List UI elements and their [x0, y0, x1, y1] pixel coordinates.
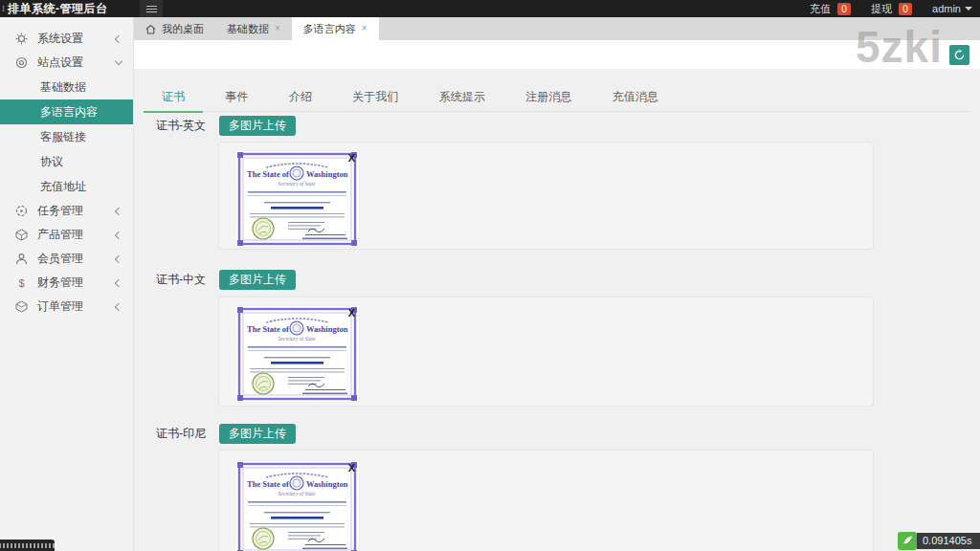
- task-icon: [15, 205, 28, 217]
- app-logo-icon: I: [2, 4, 5, 13]
- chevron-left-icon: [115, 278, 122, 286]
- app-title: 排单系统-管理后台: [8, 1, 108, 17]
- user-menu[interactable]: admin: [932, 3, 972, 14]
- sidebar-item-site-settings[interactable]: 站点设置: [0, 51, 133, 75]
- recharge-link[interactable]: 充值: [810, 2, 831, 16]
- tab-multilang-content[interactable]: 多语言内容 ×: [292, 17, 379, 40]
- tab-my-desktop[interactable]: 我的桌面: [134, 17, 215, 40]
- recharge-count-badge[interactable]: 0: [837, 3, 851, 15]
- withdraw-count-badge[interactable]: 0: [899, 3, 912, 15]
- upload-panel-cert-zh: X: [218, 297, 874, 407]
- certificate-image: [235, 151, 359, 247]
- window-tabstrip: 我的桌面 基础数据 × 多语言内容 ×: [134, 17, 980, 40]
- chevron-left-icon: [115, 207, 122, 214]
- upload-panel-cert-en: X: [218, 142, 874, 250]
- order-icon: [15, 300, 28, 313]
- sidebar: 系统设置 站点设置 基础数据 多语言内容 客服链接 协议 充值地址 任务管理 产…: [0, 17, 134, 551]
- tab-basic-data[interactable]: 基础数据 ×: [215, 17, 292, 40]
- chevron-down-icon: [965, 7, 972, 11]
- sidebar-item-member-management[interactable]: 会员管理: [0, 247, 133, 271]
- tab-introduction[interactable]: 介绍: [271, 83, 330, 111]
- browser-status-tooltip: [0, 540, 55, 551]
- finance-icon: $: [15, 276, 28, 289]
- upload-panel-cert-id: X: [218, 450, 874, 551]
- close-icon[interactable]: ×: [275, 17, 280, 40]
- think-leaf-icon[interactable]: [898, 532, 917, 550]
- tab-label: 我的桌面: [162, 17, 204, 40]
- refresh-icon: [953, 49, 966, 61]
- withdraw-link[interactable]: 提现: [871, 2, 892, 16]
- tab-about-us[interactable]: 关于我们: [334, 83, 416, 111]
- member-icon: [15, 253, 28, 265]
- field-label-cert-en: 证书-英文: [139, 116, 206, 136]
- sidebar-item-label: 产品管理: [37, 227, 116, 243]
- tab-event[interactable]: 事件: [207, 83, 266, 111]
- chevron-left-icon: [115, 231, 122, 238]
- topbar-right: 充值 0 提现 0 admin: [810, 2, 980, 16]
- certificate-thumbnail[interactable]: X: [235, 306, 359, 402]
- remove-image-button[interactable]: X: [348, 153, 355, 164]
- home-icon: [145, 24, 156, 34]
- load-time-badge: 0.091405s: [917, 533, 980, 549]
- tab-label: 多语言内容: [303, 17, 356, 40]
- site-icon: [15, 56, 28, 69]
- chevron-left-icon: [115, 302, 122, 310]
- field-label-cert-zh: 证书-中文: [139, 270, 206, 290]
- sidebar-item-recharge-address[interactable]: 充值地址: [0, 174, 133, 199]
- sidebar-item-label: 会员管理: [37, 251, 116, 267]
- content-tabs: 证书 事件 介绍 关于我们 系统提示 注册消息 充值消息: [144, 83, 970, 112]
- tab-register-message[interactable]: 注册消息: [507, 83, 590, 111]
- field-label-cert-id: 证书-印尼: [139, 424, 206, 444]
- sidebar-item-label: 财务管理: [37, 275, 116, 291]
- sidebar-item-product-management[interactable]: 产品管理: [0, 223, 133, 247]
- product-icon: [15, 229, 28, 241]
- tab-system-prompt[interactable]: 系统提示: [421, 83, 503, 111]
- hamburger-icon: [146, 9, 157, 10]
- topbar: I 排单系统-管理后台 充值 0 提现 0 admin: [0, 0, 980, 17]
- sidebar-item-order-management[interactable]: 订单管理: [0, 295, 133, 319]
- sidebar-item-label: 任务管理: [37, 203, 116, 219]
- sidebar-item-service-link[interactable]: 客服链接: [0, 124, 133, 149]
- svg-text:$: $: [18, 277, 24, 289]
- remove-image-button[interactable]: X: [348, 308, 355, 319]
- tab-certificate[interactable]: 证书: [144, 83, 203, 113]
- chevron-left-icon: [115, 254, 122, 262]
- remove-image-button[interactable]: X: [348, 463, 355, 474]
- tab-recharge-message[interactable]: 充值消息: [594, 83, 677, 111]
- certificate-image: [235, 306, 359, 402]
- chevron-down-icon: [115, 57, 122, 65]
- sidebar-item-agreement[interactable]: 协议: [0, 149, 133, 174]
- tab-label: 基础数据: [227, 17, 269, 40]
- certificate-thumbnail[interactable]: X: [235, 151, 359, 247]
- sidebar-item-system-settings[interactable]: 系统设置: [0, 27, 133, 51]
- gear-icon: [15, 33, 28, 45]
- multi-upload-button[interactable]: 多图片上传: [219, 424, 296, 444]
- certificate-image: [235, 461, 359, 551]
- close-icon[interactable]: ×: [362, 17, 368, 40]
- sidebar-item-label: 订单管理: [37, 298, 116, 315]
- sidebar-item-finance-management[interactable]: $ 财务管理: [0, 271, 133, 295]
- sidebar-item-multilang-content[interactable]: 多语言内容: [0, 99, 133, 124]
- performance-indicator: 0.091405s: [898, 532, 980, 550]
- sidebar-item-label: 站点设置: [37, 55, 116, 71]
- multi-upload-button[interactable]: 多图片上传: [219, 270, 296, 290]
- sidebar-toggle-button[interactable]: [140, 0, 163, 17]
- certificate-thumbnail[interactable]: X: [235, 461, 359, 551]
- sidebar-item-label: 系统设置: [37, 31, 116, 47]
- sidebar-item-basic-data[interactable]: 基础数据: [0, 75, 133, 99]
- refresh-button[interactable]: [949, 45, 969, 65]
- toolbar: [134, 40, 980, 69]
- multi-upload-button[interactable]: 多图片上传: [219, 116, 296, 136]
- username: admin: [932, 3, 961, 14]
- chevron-left-icon: [115, 34, 122, 42]
- sidebar-item-task-management[interactable]: 任务管理: [0, 199, 133, 223]
